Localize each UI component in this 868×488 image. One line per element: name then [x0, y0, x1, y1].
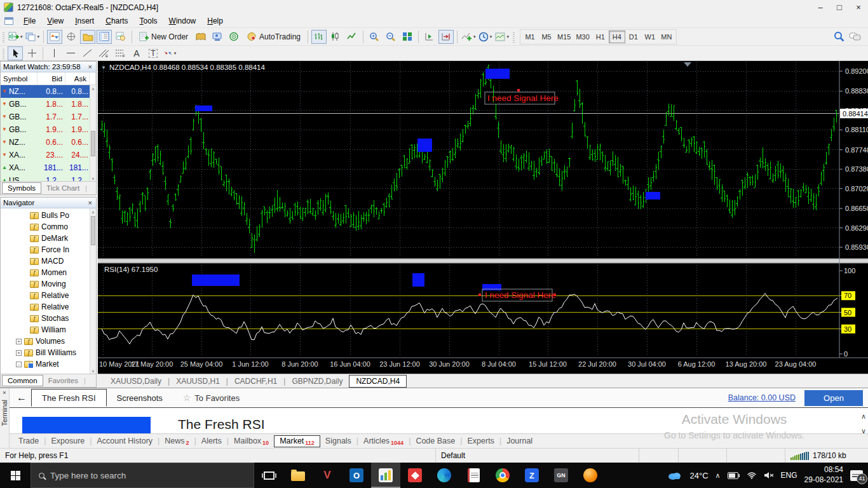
- navigator-item-bulls-po[interactable]: ƒBulls Po: [1, 210, 90, 221]
- column-header-symbol[interactable]: Symbol: [1, 72, 37, 85]
- toolbox-tab-news[interactable]: News2: [159, 436, 194, 447]
- toolbox-toggle[interactable]: [97, 30, 112, 44]
- market-watch-tab-tick-chart[interactable]: Tick Chart: [41, 183, 85, 193]
- navigator-item-relative[interactable]: ƒRelative: [1, 290, 90, 301]
- market-radar-icon[interactable]: [226, 30, 241, 44]
- edge-browser-button[interactable]: [430, 463, 459, 488]
- taskbar-clock[interactable]: 08:54 29-08-2021: [804, 465, 843, 485]
- signal-rectangle[interactable]: [192, 274, 240, 286]
- menu-tools[interactable]: Tools: [134, 15, 163, 27]
- toolbox-tab-account-history[interactable]: Account History: [92, 436, 158, 446]
- dropdown-icon[interactable]: ▾: [37, 34, 40, 39]
- action-center-icon[interactable]: 41: [850, 470, 863, 481]
- bar-chart-mode-button[interactable]: [311, 30, 327, 44]
- text-label-tool[interactable]: T: [146, 46, 161, 60]
- toolbox-tab-exposure[interactable]: Exposure: [46, 436, 90, 446]
- dropdown-icon[interactable]: ▾: [174, 51, 177, 56]
- annotation-anchor-dot[interactable]: [478, 294, 481, 296]
- zoom-in-button[interactable]: [367, 30, 382, 44]
- crosshair-tool[interactable]: [24, 46, 39, 60]
- signal-rectangle[interactable]: [417, 139, 432, 152]
- chrome-button[interactable]: [488, 463, 517, 488]
- market-watch-row[interactable]: ▼XA...23....24....: [1, 149, 90, 161]
- outlook-button[interactable]: O: [342, 463, 371, 488]
- annotation-text[interactable]: I need Signal Here: [485, 290, 556, 300]
- chart-tab-nzdcad-h4[interactable]: NZDCAD,H4: [349, 375, 407, 388]
- timeframe-h1[interactable]: H1: [592, 30, 609, 43]
- orange-sphere-app-button[interactable]: [576, 463, 605, 488]
- menu-file[interactable]: File: [18, 15, 41, 27]
- toolbox-tab-screenshots[interactable]: Screenshots: [107, 389, 173, 407]
- auto-scroll-button[interactable]: [422, 30, 437, 44]
- signal-rectangle[interactable]: [485, 69, 510, 79]
- market-watch-row[interactable]: ▼GB...1.8...1.8...: [1, 98, 90, 111]
- toolbox-tab-trade[interactable]: Trade: [13, 436, 44, 446]
- community-icon[interactable]: [210, 30, 225, 44]
- dropdown-icon[interactable]: ▾: [473, 34, 476, 39]
- scroll-down-icon[interactable]: ∨: [90, 367, 96, 374]
- navigator-close-icon[interactable]: ×: [87, 199, 93, 207]
- product-title[interactable]: The Fresh RSI: [178, 417, 265, 432]
- expand-icon[interactable]: +: [16, 350, 22, 356]
- content-scroll-down-icon[interactable]: ∨: [861, 427, 866, 435]
- market-watch-close-icon[interactable]: ×: [87, 63, 93, 71]
- new-chart-button[interactable]: ▾: [8, 30, 24, 44]
- chart-tab-xauusd-daily[interactable]: XAUUSD,Daily: [104, 376, 168, 387]
- timeframe-m5[interactable]: M5: [538, 30, 555, 43]
- chart-tab-gbpnzd-daily[interactable]: GBPNZD,Daily: [285, 376, 349, 387]
- annotation-text[interactable]: I need Signal Here: [487, 93, 559, 103]
- column-header-bid[interactable]: Bid: [37, 72, 65, 85]
- dropdown-icon[interactable]: ▾: [20, 34, 23, 39]
- navigator-item-bill-williams[interactable]: +ƒBill Williams: [1, 347, 90, 358]
- navigator-scrollbar[interactable]: ∧ ∨: [90, 208, 96, 374]
- profiles-button[interactable]: ▾: [25, 30, 41, 44]
- back-button[interactable]: ←: [12, 392, 31, 403]
- content-scroll-up-icon[interactable]: ∧: [861, 412, 866, 421]
- timeframe-m30[interactable]: M30: [573, 30, 592, 43]
- reader-app-button[interactable]: [459, 463, 488, 488]
- arrows-tool[interactable]: ▾: [162, 46, 177, 60]
- language-indicator[interactable]: ENG: [781, 471, 797, 480]
- periods-button[interactable]: ▾: [478, 30, 493, 44]
- navigator-item-william[interactable]: ƒWilliam: [1, 324, 90, 336]
- navigator-item-stochas[interactable]: ƒStochas: [1, 313, 90, 324]
- speaker-muted-icon[interactable]: [764, 471, 774, 479]
- toolbox-close-icon[interactable]: ×: [3, 390, 6, 396]
- menu-insert[interactable]: Insert: [69, 15, 100, 27]
- toolbox-tab-articles[interactable]: Articles1044: [358, 436, 409, 447]
- navigator-item-demark[interactable]: ƒDeMark: [1, 233, 90, 244]
- market-watch-row[interactable]: ▲XA...181...181...: [1, 161, 90, 174]
- scrollbar-thumb[interactable]: [91, 216, 95, 245]
- status-profile[interactable]: Default: [435, 449, 639, 463]
- tray-chevron-icon[interactable]: ∧: [715, 471, 721, 480]
- timeframe-m15[interactable]: M15: [555, 30, 573, 43]
- metatrader-taskbar-button[interactable]: [371, 463, 400, 488]
- market-watch-scrollbar[interactable]: ∧ ∨: [90, 85, 96, 181]
- market-watch-row[interactable]: ▲US...1.2...1.2...: [1, 174, 90, 181]
- toolbox-tab-signals[interactable]: Signals: [320, 436, 356, 446]
- market-watch-row[interactable]: ▼GB...1.7...1.7...: [1, 111, 90, 123]
- annotation-anchor-dot[interactable]: [553, 294, 556, 296]
- dropdown-icon[interactable]: ▾: [490, 34, 492, 39]
- balance-link[interactable]: Balance: 0.00 USD: [728, 393, 796, 402]
- minimize-button[interactable]: –: [811, 1, 830, 14]
- line-chart-mode-button[interactable]: [344, 30, 360, 44]
- toolbox-tab-market[interactable]: Market112: [274, 435, 320, 447]
- market-watch-row[interactable]: ▼GB...1.9...1.9...: [1, 123, 90, 136]
- trendline-tool[interactable]: [79, 46, 95, 60]
- blue-z-app-button[interactable]: Z: [517, 463, 546, 488]
- navigator-item-macd[interactable]: ƒMACD: [1, 255, 90, 267]
- temperature-label[interactable]: 24°C: [689, 471, 708, 480]
- chart-tab-cadchf-h1[interactable]: CADCHF,H1: [228, 376, 283, 387]
- timeframe-h4[interactable]: H4: [609, 30, 625, 43]
- vertical-line-tool[interactable]: [46, 46, 62, 60]
- red-diamond-app-button[interactable]: [400, 463, 430, 488]
- open-button[interactable]: Open: [804, 390, 863, 406]
- search-icon[interactable]: [831, 30, 846, 44]
- indicators-button[interactable]: ▾: [461, 30, 477, 44]
- taskbar-search-input[interactable]: Type here to search: [31, 463, 254, 488]
- signal-rectangle[interactable]: [646, 192, 660, 200]
- zoom-out-button[interactable]: [383, 30, 398, 44]
- tile-windows-button[interactable]: [400, 30, 415, 44]
- task-view-button[interactable]: [254, 463, 283, 488]
